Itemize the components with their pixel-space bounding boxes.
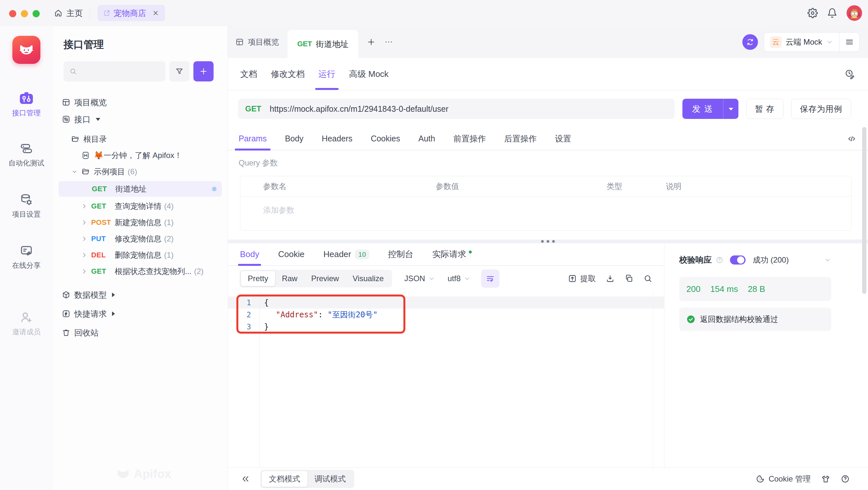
cloud-badge: 云 — [770, 36, 782, 48]
send-button[interactable]: 发 送 — [682, 99, 723, 119]
mode-visualize[interactable]: Visualize — [346, 271, 391, 286]
send-options-button[interactable] — [723, 99, 738, 119]
tab-edit-doc[interactable]: 修改文档 — [271, 58, 305, 90]
add-param-row[interactable]: 添加参数 — [240, 197, 851, 215]
close-window-button[interactable] — [9, 10, 16, 17]
tab-overflow-button[interactable] — [384, 37, 393, 47]
tab-advanced-mock[interactable]: 高级 Mock — [349, 58, 389, 90]
collapse-sidebar-button[interactable] — [241, 474, 250, 484]
scrollbar-thumb[interactable] — [862, 127, 866, 294]
sidebar-section-data-models[interactable]: 数据模型 — [53, 285, 227, 304]
apifox-logo[interactable] — [12, 36, 40, 64]
tab-doc[interactable]: 文档 — [240, 58, 257, 90]
word-wrap-button[interactable] — [481, 269, 499, 288]
home-tab[interactable]: 主页 — [54, 8, 83, 19]
tab-console[interactable]: 控制台 — [388, 243, 413, 265]
tree-folder-example[interactable]: 示例项目 (6) — [59, 164, 222, 180]
tree-api-item[interactable]: POST 新建宠物信息 (1) — [59, 214, 222, 231]
mode-raw[interactable]: Raw — [275, 271, 304, 286]
format-dropdown[interactable]: JSON — [404, 274, 435, 283]
tree-api-item[interactable]: GET 根据状态查找宠物列... (2) — [59, 263, 222, 280]
avatar[interactable] — [846, 5, 862, 21]
tab-settings[interactable]: 设置 — [555, 127, 571, 150]
tab-response-cookie[interactable]: Cookie — [278, 243, 304, 265]
debug-mode-button[interactable]: 调试模式 — [307, 471, 353, 487]
validation-toggle[interactable] — [730, 255, 746, 264]
rail-item-invite-members[interactable]: 邀请成员 — [12, 311, 41, 337]
sidebar-section-api[interactable]: 接口 — [53, 111, 227, 128]
tab-street-address-active[interactable]: GET 街道地址 — [287, 30, 358, 58]
tab-params[interactable]: Params — [239, 127, 267, 150]
footer-actions: Cookie 管理 — [756, 474, 850, 484]
tree-api-item[interactable]: PUT 修改宠物信息 (2) — [59, 231, 222, 247]
close-tab-icon[interactable] — [152, 9, 159, 17]
save-as-case-button[interactable]: 保存为用例 — [791, 99, 851, 119]
rail-item-auto-test[interactable]: 自动化测试 — [8, 142, 44, 168]
gear-icon[interactable] — [807, 8, 818, 18]
rail-item-api-management[interactable]: 接口管理 — [12, 92, 41, 118]
rail-item-project-settings[interactable]: 项目设置 — [12, 193, 41, 219]
mode-preview[interactable]: Preview — [304, 271, 346, 286]
extract-button[interactable]: 提取 — [568, 273, 596, 284]
folder-icon — [82, 168, 90, 176]
tree-doc-item[interactable]: 🦊一分钟，了解 Apifox！ — [59, 147, 222, 164]
new-tab-button[interactable] — [367, 37, 376, 47]
environment-dropdown[interactable]: 云 云端 Mock — [764, 36, 839, 48]
tree-api-street-address[interactable]: GET 街道地址 — [59, 181, 222, 197]
add-api-button[interactable] — [193, 61, 214, 82]
tree-api-item[interactable]: DEL 删除宠物信息 (1) — [59, 247, 222, 263]
copy-icon[interactable] — [624, 274, 633, 283]
chevron-down-icon[interactable] — [824, 256, 831, 264]
code-view-icon[interactable] — [847, 134, 856, 143]
tree-item-label: 🦊一分钟，了解 Apifox！ — [94, 150, 182, 161]
tree-folder-root[interactable]: 根目录 — [59, 131, 222, 147]
request-history-icon[interactable] — [844, 69, 855, 79]
url-input[interactable]: GET https://mock.apifox.cn/m1/2941843-0-… — [238, 99, 675, 119]
response-metrics: 200 154 ms 28 B — [679, 277, 831, 301]
search-box[interactable] — [63, 61, 165, 82]
tab-response-header[interactable]: Header 10 — [323, 243, 369, 265]
chevron-down-icon — [464, 275, 471, 282]
response-json-editor[interactable]: 1 { 2 "Address": "至因街20号" 3 } — [228, 291, 664, 467]
cookie-manager-button[interactable]: Cookie 管理 — [756, 474, 811, 484]
tab-body[interactable]: Body — [285, 127, 304, 150]
tab-response-body[interactable]: Body — [240, 243, 259, 265]
stash-button[interactable]: 暂 存 — [746, 99, 783, 119]
code-text: } — [259, 322, 269, 332]
tab-post-operations[interactable]: 后置操作 — [504, 127, 536, 150]
tree-api-item[interactable]: GET 查询宠物详情 (4) — [59, 198, 222, 214]
minimize-window-button[interactable] — [21, 10, 28, 17]
tab-headers[interactable]: Headers — [322, 127, 352, 150]
mode-pretty[interactable]: Pretty — [241, 271, 275, 286]
doc-mode-button[interactable]: 文档模式 — [262, 471, 307, 487]
sync-status-button[interactable] — [742, 34, 758, 50]
encoding-dropdown[interactable]: utf8 — [448, 274, 471, 283]
filter-button[interactable] — [169, 61, 189, 82]
tab-actual-request[interactable]: 实际请求 — [432, 243, 472, 265]
tab-pre-operations[interactable]: 前置操作 — [453, 127, 486, 150]
tab-project-overview[interactable]: 项目概览 — [228, 26, 287, 58]
sidebar-item-overview[interactable]: 项目概览 — [53, 94, 227, 111]
response-body-panel: Body Cookie Header 10 控制台 实际请求 Pretty — [228, 243, 664, 467]
zoom-window-button[interactable] — [33, 10, 40, 17]
rail-item-online-share[interactable]: 在线分享 — [12, 244, 41, 270]
help-icon[interactable] — [841, 474, 850, 484]
search-icon[interactable] — [643, 274, 652, 283]
project-tab-petstore[interactable]: 宠物商店 — [97, 5, 165, 21]
tab-label: Auth — [418, 134, 435, 143]
help-circle-icon[interactable] — [716, 256, 723, 264]
panel-splitter[interactable] — [228, 239, 868, 243]
bell-icon[interactable] — [827, 8, 837, 18]
mode-label: Pretty — [248, 274, 268, 283]
method-badge: DEL — [91, 251, 115, 259]
tab-run[interactable]: 运行 — [318, 58, 335, 90]
environment-manage-button[interactable] — [839, 32, 859, 52]
tab-auth[interactable]: Auth — [418, 127, 435, 150]
tab-cookies[interactable]: Cookies — [371, 127, 400, 150]
download-icon[interactable] — [606, 274, 615, 283]
sidebar-section-trash[interactable]: 回收站 — [53, 323, 227, 342]
search-input[interactable] — [80, 67, 165, 76]
folder-icon — [71, 135, 80, 143]
tshirt-theme-icon[interactable] — [821, 474, 830, 484]
sidebar-section-quick-request[interactable]: 快捷请求 — [53, 304, 227, 323]
